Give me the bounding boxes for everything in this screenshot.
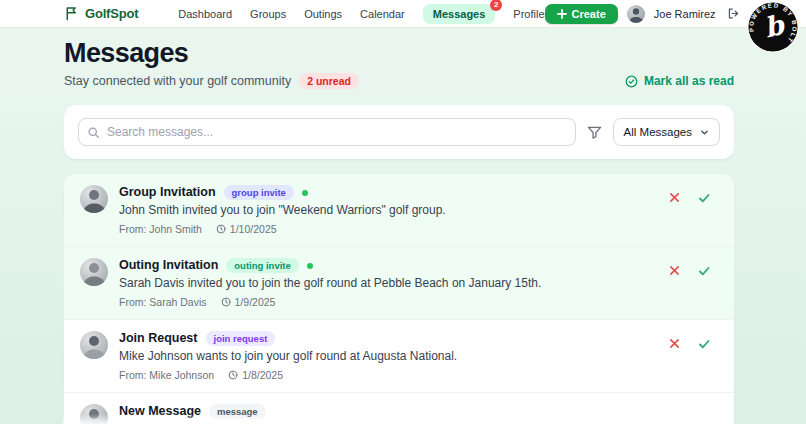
message-content: Outing Invitation outing invite Sarah Da… <box>119 258 656 308</box>
message-content: New Message message Hey! Looking forward… <box>119 404 718 424</box>
primary-nav: Dashboard Groups Outings Calendar Messag… <box>138 4 544 24</box>
x-icon <box>669 338 680 349</box>
message-from: From: Mike Johnson <box>119 369 214 381</box>
page-header: Messages Stay connected with your golf c… <box>64 38 734 89</box>
accept-button[interactable] <box>696 263 712 279</box>
brand-name: GolfSpot <box>85 6 138 21</box>
filter-funnel-icon <box>587 125 602 140</box>
nav-item-groups[interactable]: Groups <box>250 8 286 20</box>
nav-item-messages[interactable]: Messages 2 <box>423 4 496 24</box>
search-input[interactable] <box>78 118 576 146</box>
search-toolbar: All Messages <box>64 105 734 159</box>
check-icon <box>698 338 710 350</box>
message-text: Mike Johnson wants to join your golf rou… <box>119 349 656 364</box>
nav-item-outings[interactable]: Outings <box>304 8 342 20</box>
message-date: 1/8/2025 <box>242 369 283 381</box>
clock-icon <box>216 224 226 234</box>
brand-logo[interactable]: GolfSpot <box>64 6 138 21</box>
message-date: 1/10/2025 <box>230 223 277 235</box>
message-type-badge: outing invite <box>226 258 298 273</box>
x-icon <box>669 192 680 203</box>
unread-dot <box>307 263 313 269</box>
message-from: From: John Smith <box>119 223 202 235</box>
decline-button[interactable] <box>667 263 682 278</box>
messages-list: Group Invitation group invite John Smith… <box>64 174 734 424</box>
nav-item-calendar[interactable]: Calendar <box>360 8 405 20</box>
chevron-down-icon <box>700 128 709 137</box>
mark-all-read-label: Mark all as read <box>644 74 734 88</box>
message-text: John Smith invited you to join "Weekend … <box>119 203 656 218</box>
nav-right-group: Create Joe Ramirez <box>545 4 742 24</box>
message-content: Group Invitation group invite John Smith… <box>119 185 656 235</box>
message-actions <box>667 185 718 235</box>
check-icon <box>698 192 710 204</box>
sender-avatar <box>80 404 108 424</box>
message-meta: From: Sarah Davis 1/9/2025 <box>119 296 656 308</box>
message-title: New Message <box>119 404 201 419</box>
page-title: Messages <box>64 38 359 69</box>
message-filter-select[interactable]: All Messages <box>613 118 720 146</box>
create-button[interactable]: Create <box>545 4 618 24</box>
message-type-badge: join request <box>206 331 276 346</box>
page-subtitle: Stay connected with your golf community <box>64 74 291 88</box>
accept-button[interactable] <box>696 336 712 352</box>
message-date: 1/9/2025 <box>235 296 276 308</box>
message-type-badge: group invite <box>224 185 294 200</box>
message-type-badge: message <box>209 404 266 419</box>
message-row[interactable]: Outing Invitation outing invite Sarah Da… <box>64 247 734 320</box>
unread-count-badge: 2 unread <box>299 73 359 89</box>
message-title: Join Request <box>119 331 198 346</box>
message-row[interactable]: Join Request join request Mike Johnson w… <box>64 320 734 393</box>
message-filter-value: All Messages <box>624 126 692 138</box>
sender-avatar <box>80 185 108 213</box>
unread-dot <box>302 190 308 196</box>
nav-item-messages-label: Messages <box>433 8 486 20</box>
clock-icon <box>228 370 238 380</box>
plus-icon <box>557 9 567 19</box>
accept-button[interactable] <box>696 190 712 206</box>
message-from: From: Sarah Davis <box>119 296 207 308</box>
top-navbar: GolfSpot Dashboard Groups Outings Calend… <box>0 0 806 28</box>
create-button-label: Create <box>572 8 606 20</box>
sender-avatar <box>80 258 108 286</box>
logout-button[interactable] <box>725 5 742 22</box>
message-title: Group Invitation <box>119 185 216 200</box>
message-content: Join Request join request Mike Johnson w… <box>119 331 656 381</box>
nav-item-profile[interactable]: Profile <box>513 8 544 20</box>
user-avatar[interactable] <box>627 5 645 23</box>
message-actions <box>667 331 718 381</box>
message-meta: From: Mike Johnson 1/8/2025 <box>119 369 656 381</box>
nav-item-dashboard[interactable]: Dashboard <box>178 8 232 20</box>
search-icon <box>87 125 100 143</box>
message-actions <box>667 258 718 308</box>
mark-all-read-button[interactable]: Mark all as read <box>625 74 734 89</box>
messages-count-badge: 2 <box>490 0 502 11</box>
message-title: Outing Invitation <box>119 258 218 273</box>
clock-icon <box>221 297 231 307</box>
message-text: Sarah Davis invited you to join the golf… <box>119 276 656 291</box>
message-meta: From: John Smith 1/10/2025 <box>119 223 656 235</box>
message-row[interactable]: Group Invitation group invite John Smith… <box>64 174 734 247</box>
logout-icon <box>727 7 740 20</box>
message-row[interactable]: New Message message Hey! Looking forward… <box>64 393 734 424</box>
user-name: Joe Ramirez <box>654 8 716 20</box>
messages-page: Messages Stay connected with your golf c… <box>0 28 806 424</box>
check-circle-icon <box>625 75 638 88</box>
search-box <box>78 118 576 146</box>
x-icon <box>669 265 680 276</box>
decline-button[interactable] <box>667 190 682 205</box>
sender-avatar <box>80 331 108 359</box>
golf-flag-icon <box>64 6 79 21</box>
decline-button[interactable] <box>667 336 682 351</box>
check-icon <box>698 265 710 277</box>
